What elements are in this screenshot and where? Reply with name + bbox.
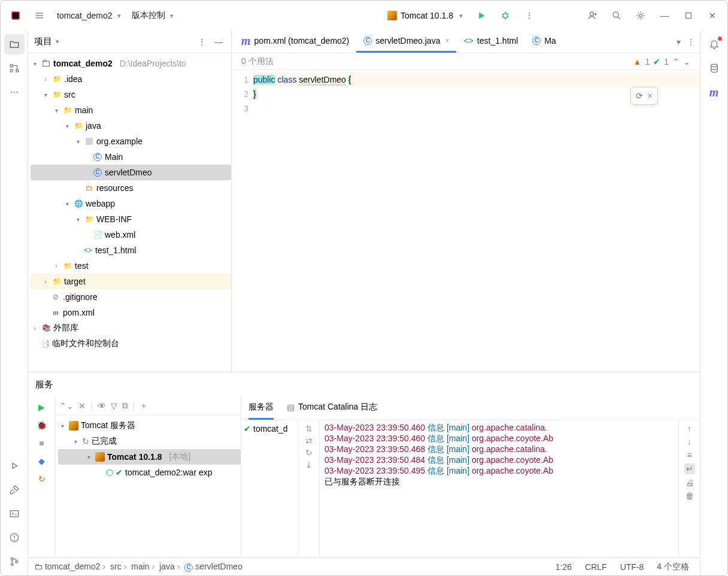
- close-button[interactable]: ✕: [702, 5, 723, 26]
- file-encoding[interactable]: UTF-8: [615, 562, 649, 572]
- tree-node-ext[interactable]: ›📚外部库: [31, 320, 231, 336]
- project-tree[interactable]: ▾tomcat_demo2 D:\IdeaProjects\to ›📁.idea…: [28, 53, 231, 372]
- tree-node-scratch[interactable]: 📑临时文件和控制台: [31, 336, 231, 351]
- minimize-button[interactable]: —: [654, 5, 675, 26]
- log-output[interactable]: 03-May-2023 23:39:50.460 信息 [main] org.a…: [320, 420, 678, 557]
- more-run-button[interactable]: ⋮: [519, 5, 539, 26]
- maximize-button[interactable]: [678, 5, 699, 26]
- breadcrumb-segment[interactable]: src: [110, 562, 122, 571]
- collapse-icon[interactable]: ⌃⌄: [59, 401, 74, 411]
- tree-root[interactable]: ▾tomcat_demo2 D:\IdeaProjects\to: [31, 56, 231, 71]
- breadcrumb-segment[interactable]: 🗀 tomcat_demo2: [34, 562, 101, 571]
- code-with-me-icon[interactable]: [583, 5, 603, 26]
- project-tool-button[interactable]: [4, 34, 25, 54]
- git-tool-button[interactable]: [4, 551, 25, 572]
- prev-highlight-icon[interactable]: ⌃: [672, 57, 680, 66]
- print-icon[interactable]: 🖨: [685, 478, 694, 487]
- breadcrumb-segment[interactable]: main: [131, 562, 149, 571]
- more-tool-button[interactable]: ⋯: [4, 82, 25, 102]
- run-button[interactable]: [471, 5, 492, 26]
- vcs-menu[interactable]: 版本控制: [128, 10, 177, 21]
- tree-node-java[interactable]: ▾📁java: [31, 118, 231, 134]
- tab-dropdown-icon[interactable]: ▾: [677, 37, 681, 47]
- stop-icon[interactable]: ■: [32, 435, 51, 451]
- panel-more-icon[interactable]: ⋮: [195, 35, 208, 48]
- inspections-widget[interactable]: ▲1 ✔1 ⌃ ⌄: [633, 57, 690, 66]
- close-icon[interactable]: ×: [445, 37, 449, 45]
- build-tool-button[interactable]: [4, 480, 25, 500]
- tree-node-main[interactable]: ▾📁main: [31, 102, 231, 118]
- structure-tool-button[interactable]: [4, 58, 25, 78]
- panel-hide-icon[interactable]: —: [212, 35, 225, 48]
- problems-tool-button[interactable]: [4, 528, 25, 548]
- chevron-down-icon[interactable]: ▾: [56, 38, 59, 46]
- tab-test1[interactable]: <>test_1.html: [456, 31, 525, 53]
- scroll-up-icon[interactable]: ↑: [687, 424, 691, 433]
- rerun-icon[interactable]: ↻: [32, 471, 51, 487]
- soft-wrap-icon[interactable]: ↵: [684, 463, 695, 474]
- delete-icon[interactable]: 🗑: [685, 491, 694, 501]
- show-icon[interactable]: 👁: [98, 401, 106, 411]
- svc-node-run[interactable]: ▾Tomcat 10.1.8 [本地]: [58, 449, 241, 465]
- swap-icon[interactable]: ⇄: [305, 436, 313, 445]
- server-tab[interactable]: 服务器: [248, 396, 274, 420]
- tree-node-servlet[interactable]: CservletDmeo: [31, 165, 231, 180]
- tree-node-main-class[interactable]: CMain: [31, 149, 231, 165]
- tree-node-target[interactable]: ›📁target: [31, 274, 231, 289]
- refresh-icon[interactable]: ↻: [305, 448, 313, 457]
- run-icon[interactable]: ▶: [32, 399, 51, 416]
- caret-position[interactable]: 1:26: [551, 562, 577, 572]
- close-all-icon[interactable]: ✕: [78, 401, 86, 411]
- svc-node-tomcat[interactable]: ▾Tomcat 服务器: [58, 418, 241, 433]
- tree-node-webinf[interactable]: ▾📁WEB-INF: [31, 211, 231, 227]
- layout-icon[interactable]: ⧉: [122, 401, 128, 411]
- tree-node-package[interactable]: ▾org.example: [31, 134, 231, 149]
- notifications-button[interactable]: [704, 34, 724, 54]
- catalina-log-tab[interactable]: ▤Tomcat Catalina 日志: [287, 396, 377, 420]
- app-icon[interactable]: [5, 5, 26, 26]
- code-editor[interactable]: 123 public class servletDmeo { } ⟳: [232, 70, 700, 372]
- tree-node-pom[interactable]: mpom.xml: [31, 305, 231, 320]
- database-tool-button[interactable]: [704, 58, 724, 78]
- tree-node-gitignore[interactable]: ⊘.gitignore: [31, 289, 231, 305]
- deploy-icon[interactable]: ◆: [32, 453, 51, 469]
- svc-node-artifact[interactable]: ⬡✔tomcat_demo2:war exp: [58, 465, 241, 480]
- debug-button[interactable]: [495, 5, 515, 26]
- wrap-icon[interactable]: ≡: [687, 450, 691, 460]
- up-icon[interactable]: ⇅: [305, 424, 313, 433]
- ai-action-icon[interactable]: ⟳: [636, 91, 643, 101]
- settings-icon[interactable]: [630, 5, 651, 26]
- tab-more-icon[interactable]: ⋮: [687, 37, 695, 47]
- tree-node-idea[interactable]: ›📁.idea: [31, 71, 231, 87]
- indent-config[interactable]: 4 个空格: [652, 562, 694, 572]
- breadcrumb-segment[interactable]: C servletDmeo: [184, 562, 242, 571]
- tree-node-webxml[interactable]: 📄web.xml: [31, 227, 231, 242]
- filter-icon[interactable]: ▽: [111, 401, 117, 411]
- maven-tool-button[interactable]: m: [704, 82, 724, 102]
- nav-bar[interactable]: 🗀 tomcat_demo2 src main java C servletDm…: [34, 562, 242, 572]
- download-icon[interactable]: ⤓: [305, 460, 313, 469]
- line-separator[interactable]: CRLF: [580, 562, 612, 572]
- tab-main[interactable]: CMa: [525, 31, 563, 53]
- menu-icon[interactable]: [29, 5, 50, 26]
- next-highlight-icon[interactable]: ⌄: [683, 57, 690, 66]
- close-icon[interactable]: ×: [648, 91, 653, 101]
- project-selector[interactable]: tomcat_demo2: [53, 11, 125, 20]
- tree-node-webapp[interactable]: ▾🌐webapp: [31, 196, 231, 211]
- tab-servlet[interactable]: CservletDmeo.java×: [356, 31, 456, 53]
- run-tool-button[interactable]: [4, 456, 25, 476]
- breadcrumb-segment[interactable]: java: [159, 562, 175, 571]
- tree-node-test1html[interactable]: <>test_1.html: [31, 242, 231, 258]
- scroll-down-icon[interactable]: ↓: [687, 437, 691, 447]
- tree-node-src[interactable]: ▾📁src: [31, 87, 231, 102]
- search-icon[interactable]: [606, 5, 627, 26]
- services-title: 服务: [28, 372, 700, 396]
- add-icon[interactable]: ＋: [139, 401, 148, 411]
- terminal-tool-button[interactable]: [4, 504, 25, 524]
- debug-icon[interactable]: 🐞: [32, 417, 51, 433]
- tree-node-resources[interactable]: 🗀resources: [31, 180, 231, 196]
- tree-node-test[interactable]: ›📁test: [31, 258, 231, 274]
- run-config-selector[interactable]: Tomcat 10.1.8: [383, 11, 468, 20]
- tab-pom[interactable]: mpom.xml (tomcat_demo2): [234, 31, 356, 53]
- svc-node-done[interactable]: ▾↻已完成: [58, 433, 241, 449]
